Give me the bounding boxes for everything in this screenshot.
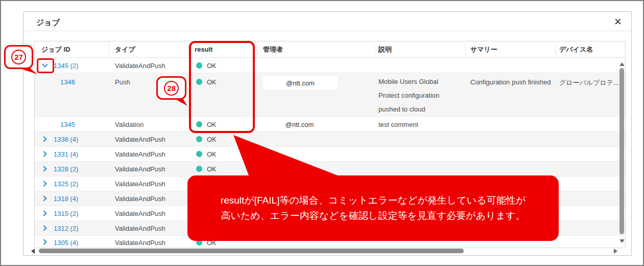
table-row: 1338 (4) ValidateAndPush OK (35, 132, 625, 147)
job-id-link[interactable]: 1318 (4) (54, 195, 78, 203)
dialog-title: ジョブ (36, 18, 60, 28)
job-description: test comment (378, 120, 418, 128)
column-header-summary[interactable]: サマリー (470, 41, 497, 58)
job-id-link[interactable]: 1346 (60, 78, 75, 86)
column-header-admin[interactable]: 管理者 (263, 41, 283, 58)
job-description-line: Protect configuration (378, 88, 439, 102)
screenshot-root: ジョブ ✕ ジョブ ID タイプ result 管理者 説明 サマリー デバイス… (0, 0, 644, 266)
result-value: OK (207, 165, 217, 173)
admin-masked-email: @ntt.com (263, 76, 338, 90)
scroll-left-icon[interactable] (31, 249, 35, 254)
column-separator (257, 44, 257, 55)
job-description-line: Mobile Users Global (378, 75, 439, 88)
table-row: 1346 Push OK @ntt.com Mobile Users Globa… (35, 73, 625, 117)
column-separator (109, 44, 109, 55)
header-divider (23, 31, 631, 31)
job-id-link[interactable]: 1328 (2) (54, 165, 78, 173)
table-row: 1331 (4) ValidateAndPush OK (35, 147, 625, 162)
table-row: 1328 (2) ValidateAndPush OK (35, 162, 625, 176)
job-type: ValidateAndPush (115, 195, 165, 203)
column-header-type[interactable]: タイプ (115, 41, 135, 58)
job-summary: Configuration push finished (470, 78, 551, 86)
scroll-down-icon[interactable] (619, 239, 625, 243)
device-name: グローバルプロテ... (559, 78, 619, 87)
job-type: Validation (115, 120, 144, 128)
column-header-desc[interactable]: 説明 (378, 41, 392, 58)
chevron-right-icon[interactable] (41, 166, 46, 171)
result-value: OK (207, 136, 217, 143)
chevron-right-icon[interactable] (41, 239, 46, 245)
status-ok-dot (196, 151, 202, 157)
table-row: 1345 (2) ValidateAndPush OK (35, 58, 625, 73)
job-id-link[interactable]: 1345 (2) (54, 61, 78, 69)
status-ok-dot (196, 136, 202, 142)
job-type: ValidateAndPush (115, 61, 165, 69)
annotation-box-chevron (37, 58, 54, 73)
close-icon[interactable]: ✕ (612, 16, 624, 28)
job-id-link[interactable]: 1312 (2) (54, 225, 78, 232)
table-row: 1345 Validation OK @ntt.com test comment (35, 117, 625, 132)
chevron-right-icon[interactable] (41, 181, 46, 186)
scroll-up-icon[interactable] (619, 62, 625, 66)
job-id-link[interactable]: 1345 (60, 120, 75, 128)
job-id-link[interactable]: 1325 (2) (54, 180, 78, 188)
job-id-link[interactable]: 1338 (4) (54, 136, 78, 143)
result-value: OK (207, 150, 217, 158)
callout-text-line1: resultが[FAIL]等の場合、コミットエラーなどが発生している可能性が (221, 193, 526, 208)
chevron-right-icon[interactable] (41, 151, 46, 157)
vertical-scrollbar-thumb[interactable] (619, 68, 624, 234)
job-description-line: pushed to cloud (378, 102, 439, 116)
job-type: ValidateAndPush (115, 225, 165, 232)
table-header-row: ジョブ ID タイプ result 管理者 説明 サマリー デバイス名 (35, 41, 625, 58)
annotation-callout-box: resultが[FAIL]等の場合、コミットエラーなどが発生している可能性が 高… (187, 175, 559, 241)
job-id-link[interactable]: 1331 (4) (54, 150, 78, 158)
column-header-device[interactable]: デバイス名 (559, 41, 593, 58)
callout-text-line2: 高いため、エラー内容などを確認し設定等を見直す必要があります。 (221, 208, 525, 224)
annotation-bubble-28: 28 (156, 76, 186, 100)
job-type: ValidateAndPush (115, 165, 165, 173)
job-type: ValidateAndPush (115, 210, 165, 217)
column-header-job-id[interactable]: ジョブ ID (41, 41, 70, 58)
column-separator (465, 44, 466, 55)
admin-masked-email: @ntt.com (263, 118, 336, 130)
horizontal-scrollbar-thumb[interactable] (39, 249, 464, 253)
annotation-bubble-27: 27 (4, 45, 33, 69)
chevron-right-icon[interactable] (41, 136, 46, 142)
scroll-right-icon[interactable] (614, 249, 617, 254)
job-id-link[interactable]: 1305 (4) (54, 239, 78, 247)
circled-number-28: 28 (164, 81, 179, 96)
job-type: Push (115, 78, 130, 86)
chevron-right-icon[interactable] (41, 195, 46, 201)
status-ok-dot (196, 166, 202, 172)
job-type: ValidateAndPush (115, 180, 165, 188)
job-type: ValidateAndPush (115, 136, 165, 143)
job-type: ValidateAndPush (115, 239, 165, 247)
column-separator (374, 44, 375, 55)
annotation-box-result-column (189, 41, 255, 133)
chevron-right-icon[interactable] (41, 225, 46, 231)
job-id-link[interactable]: 1315 (2) (54, 210, 78, 217)
job-type: ValidateAndPush (115, 150, 165, 158)
chevron-right-icon[interactable] (41, 210, 46, 216)
circled-number-27: 27 (11, 50, 26, 64)
column-separator (556, 44, 556, 55)
